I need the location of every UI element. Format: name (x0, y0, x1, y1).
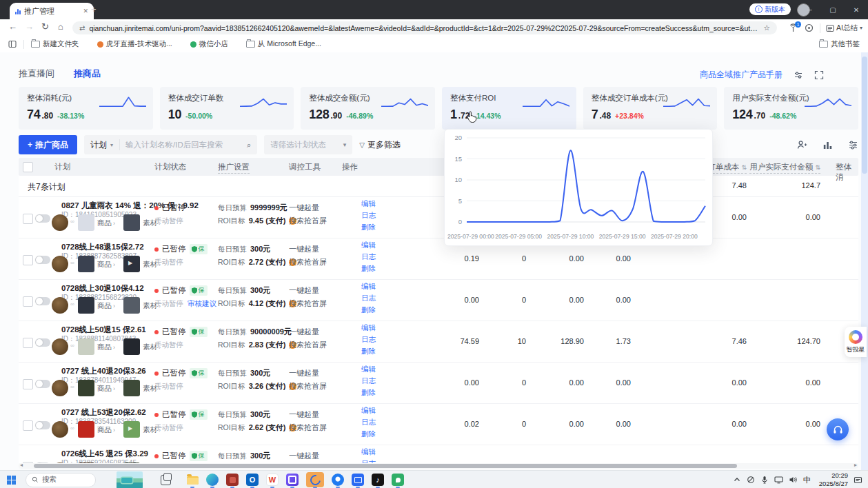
product-thumbnail[interactable] (78, 297, 94, 314)
product-thumbnail[interactable] (78, 214, 94, 231)
edit-action[interactable]: 编辑 (361, 447, 376, 457)
product-link[interactable]: 商品› (97, 260, 115, 270)
extensions-icon[interactable] (805, 23, 814, 32)
search-top-screen-button[interactable]: 搜索抢首屏 (289, 340, 327, 350)
log-action[interactable]: 日志 (361, 294, 376, 303)
taskbar-app-douyin[interactable]: ♪ (372, 471, 384, 488)
log-action[interactable]: 日志 (361, 376, 376, 386)
material-thumbnail[interactable]: ▶ (123, 256, 140, 272)
taskbar-app-outlook[interactable]: O (246, 471, 259, 488)
row-checkbox[interactable] (23, 255, 33, 265)
ai-summary-button[interactable]: AI总结 ▾ (820, 23, 862, 33)
forward-button[interactable]: → (25, 21, 34, 32)
edit-action[interactable]: 编辑 (361, 365, 376, 374)
delete-action[interactable]: 删除 (361, 223, 376, 232)
taskbar-app-green-app[interactable] (392, 471, 404, 488)
plan-status-select[interactable]: 请筛选计划状态 ▾ (264, 135, 352, 154)
search-type-select[interactable]: 计划 ▾ (84, 139, 120, 150)
search-top-screen-button[interactable]: 搜索抢首屏 (289, 381, 327, 392)
reload-button[interactable]: ↻ (41, 21, 49, 32)
bookmark-star-icon[interactable]: ☆ (763, 23, 770, 32)
speaker-icon[interactable] (789, 476, 798, 484)
delete-action[interactable]: 删除 (361, 264, 376, 274)
scrollbar-thumb[interactable] (34, 464, 737, 468)
notifications-icon[interactable] (854, 476, 862, 485)
plan-enable-toggle[interactable] (35, 256, 50, 264)
scroll-left-icon[interactable]: ◂ (20, 462, 23, 468)
widgets-weather-thumbnail[interactable] (117, 471, 143, 488)
product-thumbnail[interactable] (78, 421, 94, 438)
taskbar-search[interactable]: 搜索 (26, 473, 96, 487)
product-link[interactable]: 商品› (97, 343, 115, 352)
taskbar-app-qianchuan-client[interactable] (306, 471, 324, 488)
page-vertical-scrollbar[interactable] (861, 52, 868, 470)
search-top-screen-button[interactable]: 搜索抢首屏 (289, 423, 327, 433)
search-top-screen-button[interactable]: 搜索抢首屏 (289, 216, 327, 226)
delete-action[interactable]: 删除 (361, 305, 376, 315)
edit-action[interactable]: 编辑 (361, 282, 376, 292)
side-panel-icon[interactable] (8, 40, 17, 48)
row-checkbox[interactable] (23, 379, 33, 389)
extension-broadcast-icon[interactable]: 1 (789, 23, 798, 33)
taskbar-clock[interactable]: 20:29 2025/8/27 (819, 471, 848, 488)
sort-icon[interactable]: ⇅ (741, 164, 747, 171)
material-thumbnail[interactable] (123, 214, 140, 231)
product-link[interactable]: 商品› (97, 384, 115, 394)
promote-product-button[interactable]: + 推广商品 (19, 135, 77, 154)
material-thumbnail[interactable]: ▶ (123, 421, 140, 438)
search-icon[interactable]: ⌕ (247, 141, 257, 150)
plan-search-input[interactable] (120, 141, 247, 149)
cast-display-icon[interactable] (774, 476, 783, 484)
taskbar-app-edge-browser[interactable] (206, 471, 219, 488)
product-thumbnail[interactable] (78, 380, 94, 396)
bookmark-item-0[interactable]: 新建文件夹 (31, 39, 79, 49)
taskbar-app-blue-circle-app[interactable] (332, 471, 344, 488)
taskbar-app-blue-square-app[interactable] (352, 471, 364, 488)
close-button[interactable]: ✕ (845, 6, 868, 14)
plan-enable-toggle[interactable] (35, 421, 50, 429)
ime-indicator[interactable]: 中 (803, 475, 811, 485)
product-thumbnail[interactable] (78, 256, 94, 272)
metric-card-3[interactable]: 整体支付ROI1.72-14.43% (442, 87, 576, 130)
start-button[interactable] (7, 476, 16, 485)
more-filters-button[interactable]: ▽ 更多筛选 (359, 139, 401, 151)
bookmark-item-1[interactable]: 虎牙直播-技术驱动... (97, 39, 172, 49)
product-link[interactable]: 商品› (97, 218, 115, 228)
metric-card-0[interactable]: 整体消耗(元)74.80-38.13% (19, 87, 153, 130)
browser-tab[interactable]: 推广管理 ✕ (10, 3, 94, 19)
row-checkbox[interactable] (23, 296, 33, 307)
tab-products[interactable]: 推商品 (74, 68, 101, 80)
material-thumbnail[interactable] (123, 380, 140, 396)
taskbar-app-wps-office[interactable]: W (266, 471, 279, 488)
hidden-icons-chevron-icon[interactable] (733, 476, 741, 484)
bookmark-item-3[interactable]: 从 Microsoft Edge... (246, 39, 321, 49)
row-checkbox[interactable] (23, 338, 33, 348)
one-key-boost-button[interactable]: 一键起量 (289, 409, 319, 420)
material-thumbnail[interactable] (123, 338, 140, 355)
taskbar-app-file-explorer[interactable] (186, 471, 199, 488)
sort-icon[interactable]: ⇅ (815, 164, 820, 171)
customer-service-button[interactable] (827, 418, 849, 440)
delete-action[interactable]: 删除 (361, 429, 376, 439)
taskbar-app-purple-app[interactable] (286, 471, 299, 488)
one-key-boost-button[interactable]: 一键起量 (289, 244, 319, 254)
new-tab-button[interactable]: + (91, 5, 97, 14)
row-checkbox[interactable] (23, 214, 33, 224)
metric-card-2[interactable]: 整体成交金额(元)128.90-46.89% (301, 87, 435, 130)
one-key-boost-button[interactable]: 一键起量 (289, 327, 319, 337)
select-all-checkbox[interactable] (23, 162, 33, 172)
minimize-button[interactable]: ─ (798, 6, 821, 14)
delete-action[interactable]: 删除 (361, 347, 376, 356)
display-settings-icon[interactable] (794, 70, 803, 80)
taskbar-app-red-store-app[interactable] (226, 471, 239, 488)
edit-action[interactable]: 编辑 (361, 406, 376, 416)
other-bookmarks[interactable]: 其他书签 (819, 39, 860, 49)
edit-action[interactable]: 编辑 (361, 241, 376, 250)
metric-card-5[interactable]: 用户实际支付金额(元)124.70-48.62% (724, 87, 858, 130)
product-link[interactable]: 商品› (97, 425, 115, 435)
scrollbar-thumb[interactable] (862, 57, 867, 174)
metric-card-1[interactable]: 整体成交订单数10-50.00% (160, 87, 294, 130)
column-chart-icon[interactable] (822, 140, 833, 150)
search-top-screen-button[interactable]: 搜索抢首屏 (289, 298, 327, 309)
tab-live-room[interactable]: 推直播间 (19, 68, 54, 80)
